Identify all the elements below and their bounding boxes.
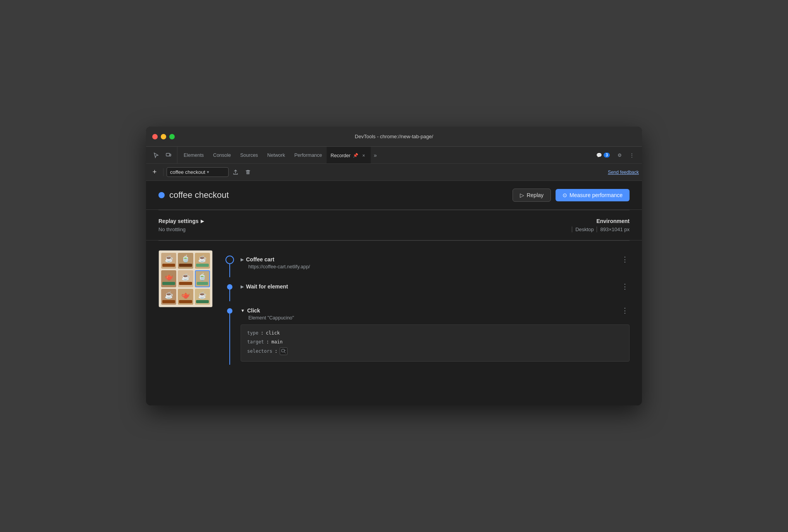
recording-title-group: coffee checkout bbox=[158, 190, 229, 200]
export-recording-button[interactable] bbox=[230, 167, 241, 178]
ellipsis-icon: ⋮ bbox=[630, 153, 634, 158]
step-3-line bbox=[229, 314, 231, 365]
issues-badge: 3 bbox=[604, 153, 610, 158]
tabs-right-group: 💬 3 ⚙ ⋮ bbox=[593, 147, 640, 163]
step-3-expand-icon[interactable]: ▼ bbox=[241, 308, 245, 313]
chat-icon: 💬 bbox=[596, 153, 602, 158]
type-key: type bbox=[247, 329, 258, 337]
step-1-header: ▶ Coffee cart ⋮ bbox=[241, 255, 630, 264]
environment-detail: Desktop 893×1041 px bbox=[570, 227, 630, 232]
performance-icon: ⊙ bbox=[563, 192, 567, 198]
target-key: target bbox=[247, 338, 264, 346]
tab-performance[interactable]: Performance bbox=[290, 147, 327, 163]
screenshot-container: ☕ 🍵 ☕ bbox=[158, 250, 213, 365]
step-1-content: ▶ Coffee cart ⋮ https://coffee-cart.netl… bbox=[241, 250, 630, 277]
more-options-button[interactable]: ⋮ bbox=[626, 150, 637, 161]
settings-arrow-icon: ▶ bbox=[201, 219, 204, 224]
tab-elements[interactable]: Elements bbox=[179, 147, 208, 163]
svg-rect-2 bbox=[282, 349, 284, 352]
traffic-lights bbox=[152, 134, 175, 139]
step-1-line bbox=[229, 264, 231, 277]
title-bar: DevTools - chrome://new-tab-page/ bbox=[146, 127, 642, 147]
code-type-line: type : click bbox=[247, 329, 623, 337]
step-3-more-button[interactable]: ⋮ bbox=[620, 306, 630, 315]
plus-icon: + bbox=[153, 168, 157, 176]
tab-sources[interactable]: Sources bbox=[236, 147, 263, 163]
tab-recorder[interactable]: Recorder 📌 × bbox=[327, 147, 370, 163]
step-2-dot bbox=[227, 284, 232, 290]
step-1-url: https://coffee-cart.netlify.app/ bbox=[248, 264, 630, 269]
tabs-bar: Elements Console Sources Network Perform… bbox=[146, 147, 642, 164]
step-1-expand-icon[interactable]: ▶ bbox=[241, 257, 244, 262]
step-2-expand-icon[interactable]: ▶ bbox=[241, 284, 244, 289]
svg-rect-1 bbox=[170, 154, 171, 156]
toolbar-divider bbox=[163, 168, 163, 176]
step-1-label: Coffee cart bbox=[246, 256, 274, 263]
recording-screenshot: ☕ 🍵 ☕ bbox=[158, 250, 213, 307]
svg-rect-0 bbox=[166, 153, 170, 156]
settings-button[interactable]: ⚙ bbox=[614, 150, 625, 161]
cursor-icon-button[interactable] bbox=[151, 150, 162, 161]
toolbar: + coffee checkout ▾ Send feedback bbox=[146, 164, 642, 181]
window-title: DevTools - chrome://new-tab-page/ bbox=[355, 134, 433, 139]
step-2-header: ▶ Wait for element ⋮ bbox=[241, 282, 630, 291]
chevron-down-icon: ▾ bbox=[207, 170, 209, 175]
send-feedback-link[interactable]: Send feedback bbox=[608, 170, 639, 175]
replay-settings-left: Replay settings ▶ No throttling bbox=[158, 218, 204, 232]
recording-name: coffee checkout bbox=[170, 169, 205, 175]
step-coffee-cart: ▶ Coffee cart ⋮ https://coffee-cart.netl… bbox=[222, 250, 630, 277]
step-3-header: ▼ Click ⋮ bbox=[241, 306, 630, 315]
delete-recording-button[interactable] bbox=[243, 167, 253, 178]
throttle-value: No throttling bbox=[158, 227, 204, 232]
issues-button[interactable]: 💬 3 bbox=[593, 150, 613, 161]
selector-picker-button[interactable] bbox=[280, 347, 287, 355]
step-1-dot bbox=[225, 256, 234, 264]
type-value: click bbox=[266, 329, 280, 337]
more-tabs-button[interactable]: » bbox=[371, 147, 380, 163]
tab-console[interactable]: Console bbox=[208, 147, 236, 163]
gear-icon: ⚙ bbox=[618, 153, 622, 158]
step-3-content: ▼ Click ⋮ Element "Cappucino" type : cli… bbox=[241, 301, 630, 365]
play-icon: ▷ bbox=[520, 192, 524, 198]
step-3-sublabel: Element "Cappucino" bbox=[248, 315, 630, 321]
measure-performance-button[interactable]: ⊙ Measure performance bbox=[556, 189, 630, 201]
tab-icon-group bbox=[148, 147, 177, 163]
code-target-line: target : main bbox=[247, 338, 623, 346]
step-click: ▼ Click ⋮ Element "Cappucino" type : cli… bbox=[222, 301, 630, 365]
recording-status-dot bbox=[158, 192, 165, 198]
code-selectors-line: selectors : bbox=[247, 347, 623, 355]
replay-button[interactable]: ▷ Replay bbox=[513, 189, 551, 202]
tab-network[interactable]: Network bbox=[263, 147, 290, 163]
step-2-line bbox=[229, 290, 231, 301]
selectors-key: selectors bbox=[247, 348, 272, 355]
step-2-label: Wait for element bbox=[246, 283, 288, 290]
recording-selector[interactable]: coffee checkout ▾ bbox=[167, 167, 229, 177]
environment-label: Environment bbox=[570, 218, 630, 224]
devtools-window: DevTools - chrome://new-tab-page/ Elemen… bbox=[146, 127, 642, 405]
settings-section: Replay settings ▶ No throttling Environm… bbox=[146, 210, 642, 240]
step-wait-element: ▶ Wait for element ⋮ bbox=[222, 277, 630, 301]
device-toolbar-button[interactable] bbox=[163, 150, 174, 161]
environment-section: Environment Desktop 893×1041 px bbox=[570, 218, 630, 232]
step-3-dot bbox=[227, 308, 232, 314]
recording-header: coffee checkout ▷ Replay ⊙ Measure perfo… bbox=[146, 181, 642, 210]
step-2-content: ▶ Wait for element ⋮ bbox=[241, 277, 630, 301]
steps-section: ☕ 🍵 ☕ bbox=[146, 241, 642, 374]
step-2-more-button[interactable]: ⋮ bbox=[620, 282, 630, 291]
replay-settings-toggle[interactable]: Replay settings ▶ bbox=[158, 218, 204, 224]
minimize-button[interactable] bbox=[161, 134, 166, 139]
main-content: coffee checkout ▷ Replay ⊙ Measure perfo… bbox=[146, 181, 642, 405]
step-3-label: Click bbox=[247, 307, 260, 314]
pin-icon: 📌 bbox=[353, 153, 358, 158]
close-recorder-tab[interactable]: × bbox=[361, 153, 367, 159]
target-value: main bbox=[272, 338, 283, 346]
step-code-block: type : click target : main selectors bbox=[241, 324, 630, 362]
close-button[interactable] bbox=[152, 134, 158, 139]
steps-timeline: ▶ Coffee cart ⋮ https://coffee-cart.netl… bbox=[222, 250, 630, 365]
recording-actions: ▷ Replay ⊙ Measure performance bbox=[513, 189, 630, 202]
add-recording-button[interactable]: + bbox=[149, 167, 160, 178]
step-1-more-button[interactable]: ⋮ bbox=[620, 255, 630, 264]
fullscreen-button[interactable] bbox=[169, 134, 175, 139]
recording-name-heading: coffee checkout bbox=[169, 190, 229, 200]
